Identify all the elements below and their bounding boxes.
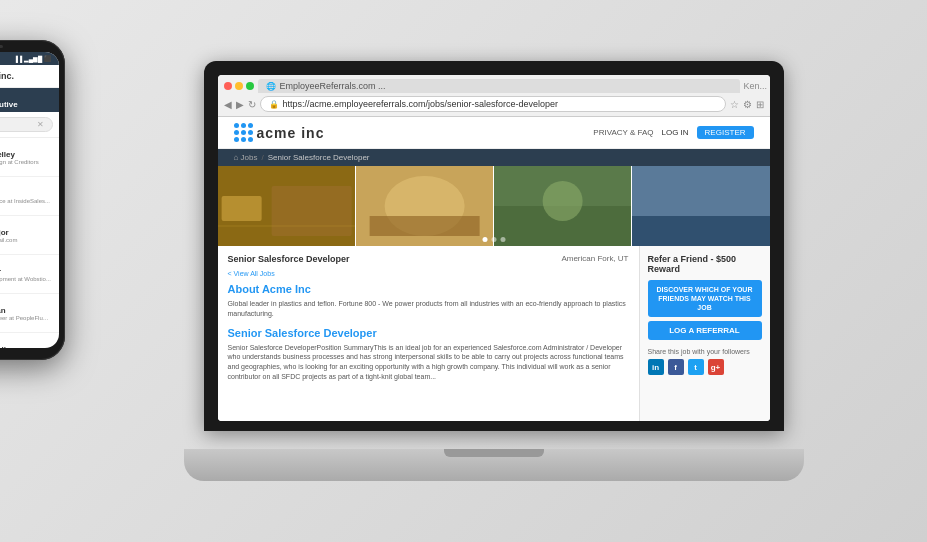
contact-name: Krissie Shelley xyxy=(0,150,51,159)
traffic-lights xyxy=(224,82,254,90)
referral-header: Refer a Friend - $500 Reward xyxy=(648,254,762,274)
contact-info: Mark Suman Software Engineer at PeopleFl… xyxy=(0,306,51,321)
role-text: Senior Salesforce DeveloperPosition Summ… xyxy=(228,343,629,382)
list-item[interactable]: S Scott Miller Head of Development at Wo… xyxy=(0,255,59,294)
breadcrumb-home[interactable]: ⌂ Jobs xyxy=(234,153,258,162)
list-item[interactable]: K Krissie Shelley Director of Creditors xyxy=(0,333,59,348)
website-content: acme inc PRIVACY & FAQ LOG IN REGISTER ⌂… xyxy=(218,117,770,421)
contact-info: Nathan Major negamaik@gmail.com xyxy=(0,228,51,243)
register-button[interactable]: REGISTER xyxy=(697,126,754,139)
svg-rect-12 xyxy=(632,216,769,246)
browser-top-row: 🌐 EmployeeReferrals.com ... Ken... xyxy=(224,79,764,93)
contact-title: Head of Development at Wobstio... xyxy=(0,276,51,282)
contact-title: Customer Service at InsideSales... xyxy=(0,198,51,204)
maximize-window-button[interactable] xyxy=(246,82,254,90)
phone-search-area: 🔍 Search Contacts ✕ xyxy=(0,112,59,138)
list-item[interactable]: N in Nathan Major negamaik@gmail.com xyxy=(0,216,59,255)
list-item[interactable]: M Mark Suman Software Engineer at People… xyxy=(0,294,59,333)
laptop-base xyxy=(184,449,804,481)
phone-search-bar[interactable]: 🔍 Search Contacts ✕ xyxy=(0,117,53,132)
share-text: Share this job with your followers xyxy=(648,348,762,355)
hero-dot-3[interactable] xyxy=(500,237,505,242)
url-text: https://acme.employeereferrals.com/jobs/… xyxy=(283,99,559,109)
breadcrumb-current: Senior Salesforce Developer xyxy=(268,153,370,162)
phone-status-bar: ▐▐ ▂▄▆█ ⬛ xyxy=(0,52,59,65)
hero-images xyxy=(218,166,770,246)
list-item[interactable]: C Chad Sly Customer Service at InsideSal… xyxy=(0,177,59,216)
hero-image-2 xyxy=(356,166,493,246)
logo-dots xyxy=(234,123,253,142)
clear-search-icon[interactable]: ✕ xyxy=(37,120,44,129)
svg-point-9 xyxy=(543,181,583,221)
googleplus-share-icon[interactable]: g+ xyxy=(708,359,724,375)
contact-title: negamaik@gmail.com xyxy=(0,237,51,243)
social-share-icons: in f t g+ xyxy=(648,359,762,375)
browser-actions: ☆ ⚙ ⊞ xyxy=(730,99,764,110)
hero-dot-1[interactable] xyxy=(482,237,487,242)
sidebar-content: Refer a Friend - $500 Reward DISCOVER WH… xyxy=(640,246,770,421)
facebook-share-icon[interactable]: f xyxy=(668,359,684,375)
login-link[interactable]: LOG IN xyxy=(661,128,688,137)
job-title-label: Senior Salesforce Developer xyxy=(228,254,350,264)
contact-title: Director of Design at Creditors xyxy=(0,159,51,165)
phone-app-header: ☰ acme inc. xyxy=(0,65,59,88)
minimize-window-button[interactable] xyxy=(235,82,243,90)
hero-dot-2[interactable] xyxy=(491,237,496,242)
site-logo-text: acme inc xyxy=(257,125,325,141)
about-title: About Acme Inc xyxy=(228,283,629,295)
role-title: Senior Salesforce Developer xyxy=(228,327,629,339)
laptop-screen: 🌐 EmployeeReferrals.com ... Ken... ◀ ▶ ↻… xyxy=(218,75,770,421)
content-area: Senior Salesforce Developer American For… xyxy=(218,246,770,421)
laptop-bezel: 🌐 EmployeeReferrals.com ... Ken... ◀ ▶ ↻… xyxy=(204,61,784,431)
browser-address-row: ◀ ▶ ↻ 🔒 https://acme.employeereferrals.c… xyxy=(224,96,764,112)
phone-status-icons: ▐▐ ▂▄▆█ ⬛ xyxy=(14,55,51,62)
svg-rect-11 xyxy=(632,166,769,216)
phone-back-nav: < Back Sales Executive xyxy=(0,88,59,112)
refresh-button[interactable]: ↻ xyxy=(248,99,256,110)
site-header: acme inc PRIVACY & FAQ LOG IN REGISTER xyxy=(218,117,770,149)
ssl-lock-icon: 🔒 xyxy=(269,100,279,109)
contact-title: Software Engineer at PeopleFluent xyxy=(0,315,51,321)
contacts-list: K in Krissie Shelley Director of Design … xyxy=(0,138,59,348)
phone-page-title: Sales Executive xyxy=(0,100,51,109)
breadcrumb-separator: / xyxy=(261,153,263,162)
job-location: American Fork, UT xyxy=(561,254,628,263)
forward-button[interactable]: ▶ xyxy=(236,99,244,110)
contact-name: Scott Miller xyxy=(0,267,51,276)
contact-info: Chad Sly Customer Service at InsideSales… xyxy=(0,189,51,204)
about-text: Global leader in plastics and teflon. Fo… xyxy=(228,299,629,319)
hero-image-3 xyxy=(494,166,631,246)
list-item[interactable]: K in Krissie Shelley Director of Design … xyxy=(0,138,59,177)
tab-favicon: 🌐 xyxy=(266,82,276,91)
linkedin-share-icon[interactable]: in xyxy=(648,359,664,375)
browser-chrome: 🌐 EmployeeReferrals.com ... Ken... ◀ ▶ ↻… xyxy=(218,75,770,117)
address-bar[interactable]: 🔒 https://acme.employeereferrals.com/job… xyxy=(260,96,726,112)
discover-friends-button[interactable]: DISCOVER WHICH OF YOUR FRIENDS MAY WATCH… xyxy=(648,280,762,317)
browser-menu-icon: Ken... xyxy=(744,81,764,91)
breadcrumb: ⌂ Jobs / Senior Salesforce Developer xyxy=(218,149,770,166)
browser-tab[interactable]: 🌐 EmployeeReferrals.com ... xyxy=(258,79,740,93)
main-content: Senior Salesforce Developer American For… xyxy=(218,246,640,421)
hero-pagination-dots xyxy=(482,237,505,242)
tab-label: EmployeeReferrals.com ... xyxy=(280,81,386,91)
privacy-faq-link[interactable]: PRIVACY & FAQ xyxy=(593,128,653,137)
contact-info: Krissie Shelley Director of Creditors xyxy=(0,345,51,349)
phone-back-button[interactable]: < Back xyxy=(0,91,51,98)
phone-speaker xyxy=(0,45,3,48)
bookmark-icon[interactable]: ☆ xyxy=(730,99,739,110)
phone-device: ▐▐ ▂▄▆█ ⬛ ☰ acme inc. < Back Sales xyxy=(0,40,65,360)
settings-icon[interactable]: ⚙ xyxy=(743,99,752,110)
hero-image-1 xyxy=(218,166,355,246)
job-header: Senior Salesforce Developer American For… xyxy=(228,254,629,264)
back-button[interactable]: ◀ xyxy=(224,99,232,110)
site-navigation: PRIVACY & FAQ LOG IN REGISTER xyxy=(593,126,753,139)
view-all-jobs-link[interactable]: < View All Jobs xyxy=(228,270,629,277)
extensions-icon[interactable]: ⊞ xyxy=(756,99,764,110)
phone-screen: ▐▐ ▂▄▆█ ⬛ ☰ acme inc. < Back Sales xyxy=(0,52,59,348)
phone-logo: acme inc. xyxy=(0,69,14,83)
laptop-device: 🌐 EmployeeReferrals.com ... Ken... ◀ ▶ ↻… xyxy=(184,61,804,481)
close-window-button[interactable] xyxy=(224,82,232,90)
twitter-share-icon[interactable]: t xyxy=(688,359,704,375)
log-referral-button[interactable]: LOG A REFERRAL xyxy=(648,321,762,340)
site-logo: acme inc xyxy=(234,123,325,142)
